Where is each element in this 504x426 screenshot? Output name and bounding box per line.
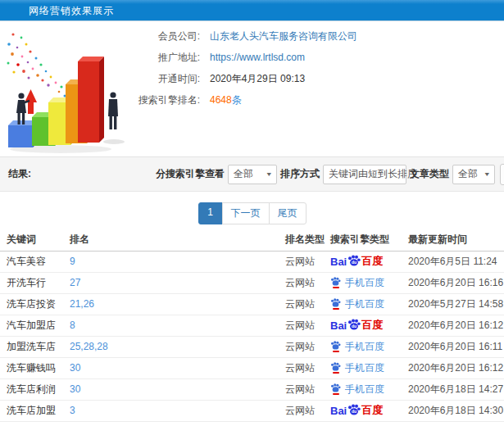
baidu-logo-bai: Bai xyxy=(330,320,347,332)
col-rank: 排名 xyxy=(63,229,279,251)
rank-type-cell: 云网站 xyxy=(279,251,324,272)
promotion-url-label: 推广地址: xyxy=(129,51,200,65)
page-1-button[interactable]: 1 xyxy=(198,202,223,224)
engine-cell: Bai du 百度 xyxy=(324,315,402,336)
page-title: 网络营销效果展示 xyxy=(29,0,114,21)
svg-text:du: du xyxy=(352,409,356,414)
engine-rank-label: 搜索引擎排名: xyxy=(129,93,200,107)
keyword-cell: 洗车店投资 xyxy=(0,293,63,315)
mobile-baidu-paw-icon xyxy=(330,298,341,310)
sort-filter-select[interactable]: 关键词由短到长排序 ▼ xyxy=(323,165,406,184)
updated-cell: 2020年6月20日 16:16 xyxy=(402,272,504,293)
updated-cell: 2020年6月20日 16:12 xyxy=(402,357,504,378)
table-row: 洗车赚钱吗 30 云网站 手机百度 2020年6月20日 16:12 xyxy=(0,357,504,378)
table-row: 加盟洗车店 25,28,28 云网站 手机百度 2020年6月20日 16:11 xyxy=(0,336,504,357)
keyword-cell: 洗车店加盟 xyxy=(0,400,63,421)
updated-cell: 2020年6月20日 16:12 xyxy=(402,315,504,336)
rank-cell[interactable]: 30 xyxy=(63,357,279,378)
updated-cell: 2020年6月18日 14:30 xyxy=(402,400,504,421)
open-time-label: 开通时间: xyxy=(129,72,200,86)
baidu-paw-icon: du xyxy=(347,255,361,266)
baidu-logo-name: 百度 xyxy=(361,254,383,269)
updated-cell: 2020年5月27日 14:58 xyxy=(402,293,504,315)
baidu-paw-icon: du xyxy=(347,319,361,330)
mobile-baidu-paw-icon xyxy=(330,277,341,288)
rank-type-cell: 云网站 xyxy=(279,315,324,336)
engine-filter-select[interactable]: 全部 ▼ xyxy=(228,165,277,184)
rank-cell[interactable]: 30 xyxy=(63,378,279,400)
article-type-select[interactable]: 全部 ▼ xyxy=(452,165,495,184)
account-detail-list: 会员公司: 山东老人头汽车服务咨询有限公司 推广地址: https://www.… xyxy=(129,25,498,111)
rank-type-cell: 云网站 xyxy=(279,378,324,400)
next-page-button[interactable]: 下一页 xyxy=(222,202,270,224)
table-row: 汽车美容 9 云网站 Bai du 百度 2020年6月5日 11:24 xyxy=(0,251,504,272)
member-company-link[interactable]: 山东老人头汽车服务咨询有限公司 xyxy=(210,29,357,43)
engine-filter-value: 全部 xyxy=(234,167,253,181)
rank-cell[interactable]: 21,26 xyxy=(63,293,279,315)
engine-rank-row: 搜索引擎排名: 4648条 xyxy=(129,89,498,111)
chevron-down-icon: ▼ xyxy=(415,171,429,177)
updated-cell: 2020年6月5日 11:24 xyxy=(402,251,504,272)
baidu-paw-icon: du xyxy=(347,404,361,415)
updated-cell: 2020年6月18日 14:27 xyxy=(402,378,504,400)
rank-cell[interactable]: 25,28,28 xyxy=(63,336,279,357)
last-page-button[interactable]: 尾页 xyxy=(269,202,306,224)
rank-cell[interactable]: 3 xyxy=(63,400,279,421)
engine-cell: 手机百度 xyxy=(324,336,402,357)
rank-unit: 条 xyxy=(232,94,242,106)
rank-type-cell: 云网站 xyxy=(279,400,324,421)
pagination: 1 下一页 尾页 xyxy=(0,202,504,224)
keyword-rank-table: 关键词 排名 排名类型 搜索引擎类型 最新更新时间 汽车美容 9 云网站 Bai… xyxy=(0,229,504,422)
open-time-row: 开通时间: 2020年4月29日 09:13 xyxy=(129,68,498,89)
rank-cell[interactable]: 8 xyxy=(63,315,279,336)
mobile-baidu-logo: 手机百度 xyxy=(330,340,384,354)
promotion-url-row: 推广地址: https://www.lrtlsd.com xyxy=(129,47,498,68)
keyword-cell: 加盟洗车店 xyxy=(0,336,63,357)
rank-type-cell: 云网站 xyxy=(279,272,324,293)
mobile-baidu-paw-icon xyxy=(330,383,341,395)
mobile-baidu-paw-icon xyxy=(330,362,341,374)
svg-text:du: du xyxy=(352,260,356,265)
mobile-baidu-logo: 手机百度 xyxy=(330,297,384,311)
chevron-down-icon: ▼ xyxy=(260,171,273,177)
bar-red xyxy=(78,57,104,143)
baidu-logo-name: 百度 xyxy=(361,318,383,333)
mobile-baidu-label: 手机百度 xyxy=(345,297,384,311)
table-row: 开洗车行 27 云网站 手机百度 2020年6月20日 16:16 xyxy=(0,272,504,293)
keyword-cell: 洗车赚钱吗 xyxy=(0,357,63,378)
rank-cell[interactable]: 27 xyxy=(63,272,279,293)
filter-controls: 分搜索引擎查看 全部 ▼ 排序方式 关键词由短到长排序 ▼ 文章类型 全部 ▼ … xyxy=(152,157,504,191)
baidu-logo-name: 百度 xyxy=(361,403,383,418)
engine-cell: Bai du 百度 xyxy=(324,251,402,272)
keyword-cell: 开洗车行 xyxy=(0,272,63,293)
baidu-logo: Bai du 百度 xyxy=(330,254,383,269)
rank-type-cell: 云网站 xyxy=(279,357,324,378)
member-company-label: 会员公司: xyxy=(129,29,200,43)
col-updated: 最新更新时间 xyxy=(402,229,504,251)
mobile-baidu-logo: 手机百度 xyxy=(330,383,384,397)
keyword-cell: 洗车店利润 xyxy=(0,378,63,400)
article-type-value: 全部 xyxy=(458,167,478,181)
baidu-logo-bai: Bai xyxy=(330,405,347,417)
mobile-baidu-label: 手机百度 xyxy=(345,361,384,375)
table-row: 洗车店投资 21,26 云网站 手机百度 2020年5月27日 14:58 xyxy=(0,293,504,315)
table-header-row: 关键词 排名 排名类型 搜索引擎类型 最新更新时间 xyxy=(0,229,504,251)
engine-cell: 手机百度 xyxy=(324,357,402,378)
table-row: 洗车店加盟 3 云网站 Bai du 百度 2020年6月18日 14:30 xyxy=(0,400,504,421)
engine-cell: Bai du 百度 xyxy=(324,400,402,421)
promotion-url-link[interactable]: https://www.lrtlsd.com xyxy=(210,52,305,63)
engine-filter-label: 分搜索引擎查看 xyxy=(156,167,225,181)
submit-button[interactable]: 提交 xyxy=(500,164,504,185)
engine-rank-value: 4648条 xyxy=(210,93,242,107)
mobile-baidu-label: 手机百度 xyxy=(345,383,384,397)
businessman-right xyxy=(108,92,118,129)
rank-cell[interactable]: 9 xyxy=(63,251,279,272)
table-row: 洗车店利润 30 云网站 手机百度 2020年6月18日 14:27 xyxy=(0,378,504,400)
baidu-logo-bai: Bai xyxy=(330,256,347,268)
rank-count: 4648 xyxy=(210,94,232,106)
sort-filter-value: 关键词由短到长排序 xyxy=(329,167,417,181)
result-section-label: 结果: xyxy=(8,157,31,191)
col-engine-type: 搜索引擎类型 xyxy=(324,229,402,251)
result-filter-bar: 结果: 分搜索引擎查看 全部 ▼ 排序方式 关键词由短到长排序 ▼ 文章类型 全… xyxy=(0,156,504,192)
sort-filter-label: 排序方式 xyxy=(280,167,320,181)
